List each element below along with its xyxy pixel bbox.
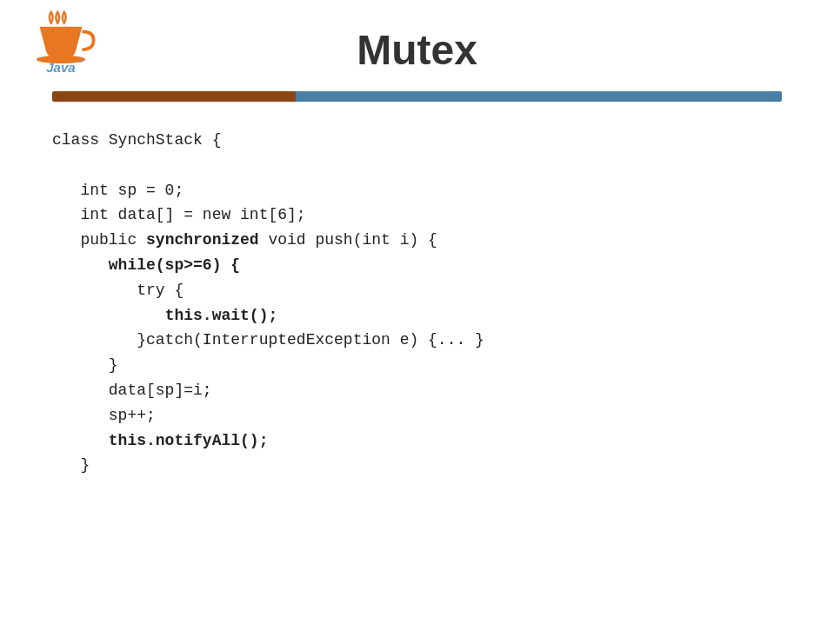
code-line-7: try { [52,278,782,303]
code-block: class SynchStack { int sp = 0; int data[… [52,128,782,478]
keyword-while: while(sp>=6) { [109,256,240,274]
code-line-13: this.notifyAll(); [52,428,782,454]
svg-text:Java: Java [46,60,75,75]
bar-left [52,91,296,102]
keyword-notifyall: this.notifyAll(); [109,432,269,449]
keyword-synchronized: synchronized [146,231,259,249]
decorative-bar [52,91,782,102]
page-container: Java ™ Mutex class SynchStack { int sp =… [0,0,834,644]
bar-right [296,91,782,102]
code-line-9: }catch(InterruptedException e) {... } [52,328,782,353]
code-line-5: public synchronized void push(int i) { [52,228,782,253]
code-line-3: int sp = 0; [52,178,782,203]
svg-text:™: ™ [77,59,83,65]
code-line-14: } [52,453,782,478]
code-line-6: while(sp>=6) { [52,253,782,278]
keyword-wait: this.wait(); [165,307,278,324]
code-line-1: class SynchStack { [52,128,782,153]
page-title: Mutex [35,26,799,74]
code-line-8: this.wait(); [52,303,782,329]
code-line-2 [52,153,782,178]
code-line-11: data[sp]=i; [52,378,782,403]
java-logo: Java ™ [26,9,96,78]
code-line-4: int data[] = new int[6]; [52,202,782,228]
code-line-12: sp++; [52,403,782,428]
header: Java ™ Mutex [0,0,834,83]
code-line-10: } [52,353,782,378]
